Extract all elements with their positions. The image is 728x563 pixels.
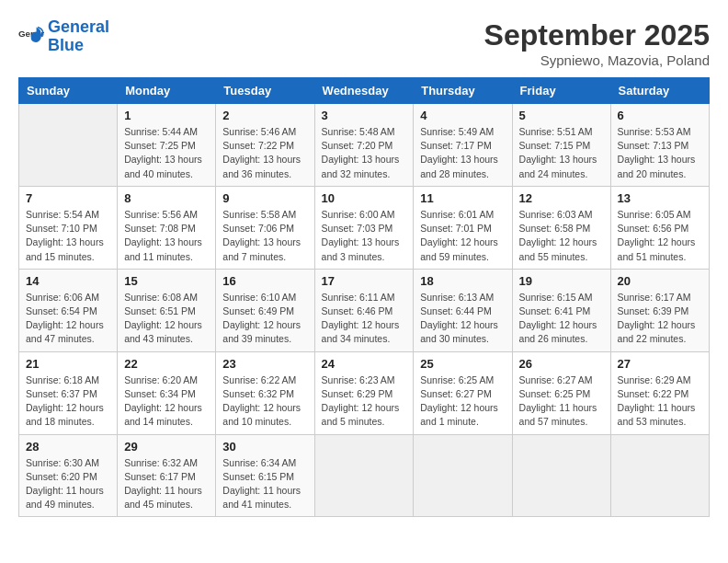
header-saturday: Saturday: [610, 78, 709, 104]
calendar-cell: 14Sunrise: 6:06 AM Sunset: 6:54 PM Dayli…: [19, 269, 118, 351]
calendar-cell: 6Sunrise: 5:53 AM Sunset: 7:13 PM Daylig…: [610, 104, 709, 187]
day-info: Sunrise: 6:10 AM Sunset: 6:49 PM Dayligh…: [222, 291, 307, 347]
day-number: 28: [26, 440, 110, 454]
page-header: General General Blue September 2025 Sypn…: [18, 18, 710, 68]
title-block: September 2025 Sypniewo, Mazovia, Poland: [484, 18, 710, 68]
day-number: 23: [222, 357, 307, 371]
day-number: 7: [26, 191, 110, 205]
header-friday: Friday: [512, 78, 610, 104]
calendar-cell: 22Sunrise: 6:20 AM Sunset: 6:34 PM Dayli…: [118, 351, 216, 434]
calendar-cell: 16Sunrise: 6:10 AM Sunset: 6:49 PM Dayli…: [216, 269, 314, 351]
header-sunday: Sunday: [19, 78, 118, 104]
month-title: September 2025: [484, 18, 710, 52]
day-info: Sunrise: 6:13 AM Sunset: 6:44 PM Dayligh…: [420, 291, 505, 347]
day-number: 10: [322, 191, 407, 205]
calendar-header-row: Sunday Monday Tuesday Wednesday Thursday…: [19, 78, 710, 104]
day-info: Sunrise: 5:58 AM Sunset: 7:06 PM Dayligh…: [222, 208, 307, 264]
header-monday: Monday: [118, 78, 216, 104]
day-number: 21: [26, 357, 110, 371]
calendar-cell: 12Sunrise: 6:03 AM Sunset: 6:58 PM Dayli…: [512, 186, 610, 269]
calendar-row-2: 14Sunrise: 6:06 AM Sunset: 6:54 PM Dayli…: [19, 269, 710, 351]
day-number: 13: [618, 191, 702, 205]
header-thursday: Thursday: [414, 78, 512, 104]
day-info: Sunrise: 6:08 AM Sunset: 6:51 PM Dayligh…: [124, 291, 209, 347]
day-number: 1: [124, 109, 209, 122]
day-info: Sunrise: 6:15 AM Sunset: 6:41 PM Dayligh…: [519, 291, 604, 347]
calendar-cell: [512, 434, 610, 517]
calendar-cell: 17Sunrise: 6:11 AM Sunset: 6:46 PM Dayli…: [314, 269, 414, 351]
logo: General General Blue: [18, 18, 109, 55]
day-number: 17: [322, 274, 407, 288]
calendar-cell: [19, 104, 118, 187]
calendar-cell: [610, 434, 709, 517]
calendar-cell: 1Sunrise: 5:44 AM Sunset: 7:25 PM Daylig…: [118, 104, 216, 187]
day-number: 8: [124, 191, 209, 205]
header-wednesday: Wednesday: [314, 78, 414, 104]
logo-blue: Blue: [48, 36, 84, 54]
calendar-row-1: 7Sunrise: 5:54 AM Sunset: 7:10 PM Daylig…: [19, 186, 710, 269]
day-number: 14: [26, 274, 110, 288]
day-info: Sunrise: 5:46 AM Sunset: 7:22 PM Dayligh…: [222, 125, 307, 181]
calendar-cell: 15Sunrise: 6:08 AM Sunset: 6:51 PM Dayli…: [118, 269, 216, 351]
calendar-cell: 29Sunrise: 6:32 AM Sunset: 6:17 PM Dayli…: [118, 434, 216, 517]
day-number: 3: [322, 109, 407, 122]
day-number: 2: [222, 109, 307, 122]
day-info: Sunrise: 6:01 AM Sunset: 7:01 PM Dayligh…: [420, 208, 505, 264]
day-number: 19: [519, 274, 604, 288]
day-info: Sunrise: 6:11 AM Sunset: 6:46 PM Dayligh…: [322, 291, 407, 347]
calendar-table: Sunday Monday Tuesday Wednesday Thursday…: [18, 77, 710, 517]
day-info: Sunrise: 6:17 AM Sunset: 6:39 PM Dayligh…: [618, 291, 702, 347]
calendar-cell: 9Sunrise: 5:58 AM Sunset: 7:06 PM Daylig…: [216, 186, 314, 269]
day-info: Sunrise: 5:53 AM Sunset: 7:13 PM Dayligh…: [618, 125, 702, 181]
day-number: 18: [420, 274, 505, 288]
day-info: Sunrise: 5:44 AM Sunset: 7:25 PM Dayligh…: [124, 125, 209, 181]
day-info: Sunrise: 6:34 AM Sunset: 6:15 PM Dayligh…: [222, 456, 307, 512]
calendar-cell: 28Sunrise: 6:30 AM Sunset: 6:20 PM Dayli…: [19, 434, 118, 517]
day-info: Sunrise: 6:18 AM Sunset: 6:37 PM Dayligh…: [26, 373, 110, 430]
day-info: Sunrise: 6:00 AM Sunset: 7:03 PM Dayligh…: [322, 208, 407, 264]
calendar-cell: 20Sunrise: 6:17 AM Sunset: 6:39 PM Dayli…: [610, 269, 709, 351]
day-number: 9: [222, 191, 307, 205]
day-info: Sunrise: 5:48 AM Sunset: 7:20 PM Dayligh…: [322, 125, 407, 181]
day-info: Sunrise: 6:23 AM Sunset: 6:29 PM Dayligh…: [322, 373, 407, 430]
day-info: Sunrise: 6:06 AM Sunset: 6:54 PM Dayligh…: [26, 291, 110, 347]
day-number: 16: [222, 274, 307, 288]
day-number: 29: [124, 440, 209, 454]
day-info: Sunrise: 5:56 AM Sunset: 7:08 PM Dayligh…: [124, 208, 209, 264]
day-info: Sunrise: 6:03 AM Sunset: 6:58 PM Dayligh…: [519, 208, 604, 264]
day-number: 27: [618, 357, 702, 371]
day-number: 12: [519, 191, 604, 205]
day-number: 11: [420, 191, 505, 205]
logo-general: General: [48, 17, 109, 36]
calendar-cell: 3Sunrise: 5:48 AM Sunset: 7:20 PM Daylig…: [314, 104, 414, 187]
calendar-row-3: 21Sunrise: 6:18 AM Sunset: 6:37 PM Dayli…: [19, 351, 710, 434]
day-info: Sunrise: 5:49 AM Sunset: 7:17 PM Dayligh…: [420, 125, 505, 181]
day-number: 15: [124, 274, 209, 288]
calendar-cell: 18Sunrise: 6:13 AM Sunset: 6:44 PM Dayli…: [414, 269, 512, 351]
calendar-cell: 4Sunrise: 5:49 AM Sunset: 7:17 PM Daylig…: [414, 104, 512, 187]
day-info: Sunrise: 6:22 AM Sunset: 6:32 PM Dayligh…: [222, 373, 307, 430]
day-info: Sunrise: 5:51 AM Sunset: 7:15 PM Dayligh…: [519, 125, 604, 181]
day-number: 4: [420, 109, 505, 122]
day-number: 6: [618, 109, 702, 122]
header-tuesday: Tuesday: [216, 78, 314, 104]
day-number: 20: [618, 274, 702, 288]
calendar-cell: 11Sunrise: 6:01 AM Sunset: 7:01 PM Dayli…: [414, 186, 512, 269]
calendar-cell: 24Sunrise: 6:23 AM Sunset: 6:29 PM Dayli…: [314, 351, 414, 434]
calendar-cell: 5Sunrise: 5:51 AM Sunset: 7:15 PM Daylig…: [512, 104, 610, 187]
day-number: 25: [420, 357, 505, 371]
logo-text: General Blue: [48, 18, 109, 55]
day-number: 5: [519, 109, 604, 122]
calendar-row-0: 1Sunrise: 5:44 AM Sunset: 7:25 PM Daylig…: [19, 104, 710, 187]
calendar-cell: 26Sunrise: 6:27 AM Sunset: 6:25 PM Dayli…: [512, 351, 610, 434]
day-info: Sunrise: 6:20 AM Sunset: 6:34 PM Dayligh…: [124, 373, 209, 430]
day-info: Sunrise: 6:27 AM Sunset: 6:25 PM Dayligh…: [519, 373, 604, 430]
calendar-cell: [414, 434, 512, 517]
calendar-cell: 21Sunrise: 6:18 AM Sunset: 6:37 PM Dayli…: [19, 351, 118, 434]
day-info: Sunrise: 6:05 AM Sunset: 6:56 PM Dayligh…: [618, 208, 702, 264]
day-info: Sunrise: 6:25 AM Sunset: 6:27 PM Dayligh…: [420, 373, 505, 430]
calendar-cell: 10Sunrise: 6:00 AM Sunset: 7:03 PM Dayli…: [314, 186, 414, 269]
calendar-cell: [314, 434, 414, 517]
day-number: 26: [519, 357, 604, 371]
calendar-cell: 23Sunrise: 6:22 AM Sunset: 6:32 PM Dayli…: [216, 351, 314, 434]
